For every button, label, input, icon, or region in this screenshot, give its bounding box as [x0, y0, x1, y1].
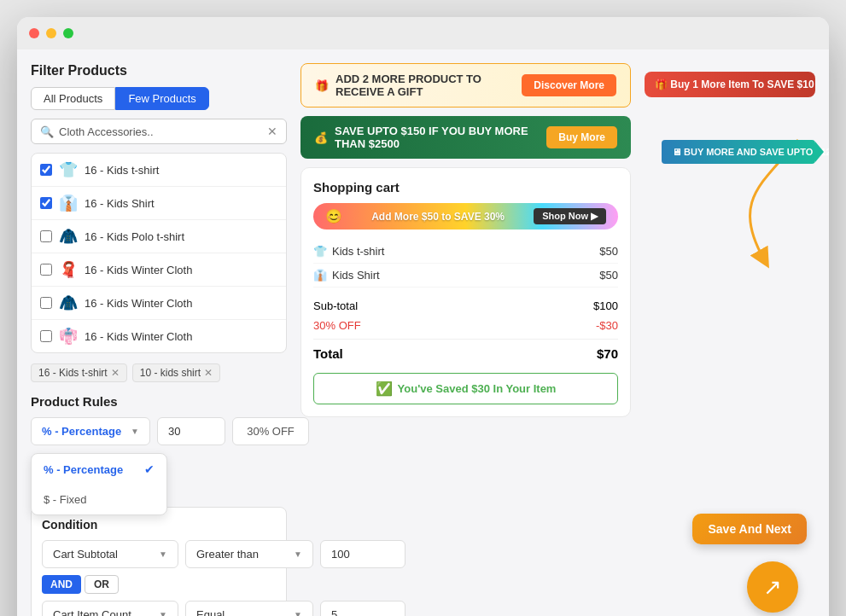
buy-1-text: 🎁 Buy 1 More Item To SAVE $10 [655, 78, 814, 90]
search-input[interactable] [59, 125, 262, 138]
product-item: 🧣 16 - Kids Winter Cloth [32, 253, 286, 287]
search-icon: 🔍 [40, 125, 54, 138]
selected-tag-1: 16 - Kids t-shirt ✕ [31, 363, 127, 382]
rule-type-menu: % - Percentage ✔ $ - Fixed [31, 453, 167, 515]
product-name-5: 16 - Kids Winter Cloth [85, 297, 277, 310]
condition-box: Condition Cart Subtotal ▼ Greater than ▼ [31, 507, 287, 616]
separator [313, 339, 618, 340]
condition-section: Condition Cart Subtotal ▼ Greater than ▼ [31, 507, 287, 616]
tag-close-2[interactable]: ✕ [204, 367, 213, 379]
product-emoji-2: 👔 [59, 194, 78, 212]
discount-row: 30% OFF -$30 [313, 316, 618, 335]
condition-title: Condition [42, 518, 276, 532]
titlebar [17, 17, 829, 49]
product-checkbox-3[interactable] [40, 230, 52, 242]
buy-more-button[interactable]: Buy More [546, 126, 617, 148]
condition-field-1[interactable]: Cart Subtotal ▼ [42, 540, 178, 568]
subtotal-label: Sub-total [313, 299, 358, 312]
discover-more-button[interactable]: Discover More [522, 74, 616, 96]
rule-value-input[interactable] [157, 417, 225, 445]
product-checkbox-1[interactable] [40, 164, 52, 176]
condition-field-2[interactable]: Cart Item Count ▼ [42, 601, 178, 616]
savings-icon: ✅ [376, 381, 393, 397]
savings-text: You've Saved $30 In Your Item [398, 382, 557, 395]
product-item: 👔 16 - Kids Shirt [32, 187, 286, 220]
subtotal-value: $100 [593, 299, 618, 312]
gift-banner-text: 🎁 ADD 2 MORE PRODUCT TO RECEIVE A GIFT [315, 73, 513, 98]
product-emoji-5: 🧥 [59, 293, 78, 312]
total-value: $70 [597, 346, 618, 361]
product-checkbox-4[interactable] [40, 264, 52, 276]
product-name-3: 16 - Kids Polo t-shirt [85, 230, 277, 243]
discount-value: -$30 [596, 319, 618, 332]
product-emoji-4: 🧣 [59, 260, 78, 279]
product-checkbox-5[interactable] [40, 297, 52, 309]
condition-row-1: Cart Subtotal ▼ Greater than ▼ [42, 540, 276, 568]
product-checkbox-6[interactable] [40, 330, 52, 342]
product-item: 🧥 16 - Kids Winter Cloth [32, 287, 286, 320]
rule-type-dropdown[interactable]: % - Percentage ▼ [31, 417, 150, 445]
selected-tags: 16 - Kids t-shirt ✕ 10 - kids shirt ✕ [31, 363, 287, 382]
product-item: 👘 16 - Kids Winter Cloth [32, 320, 286, 352]
product-name-6: 16 - Kids Winter Cloth [85, 330, 277, 343]
add-more-text: Add More $50 to SAVE 30% [371, 211, 505, 223]
buy-more-save-text: 🖥 BUY MORE AND SAVE UPTO $1200 [672, 147, 829, 157]
buy-more-save-banner-wrapper: 🖥 BUY MORE AND SAVE UPTO $1200 [645, 140, 815, 164]
save-and-next-button[interactable]: Save And Next [692, 514, 807, 544]
product-emoji-3: 🧥 [59, 227, 78, 246]
product-item: 👕 16 - Kids t-shirt [32, 154, 286, 187]
subtotal-row: Sub-total $100 [313, 296, 618, 316]
product-rules-title: Product Rules [31, 394, 287, 409]
tag-label-1: 16 - Kids t-shirt [38, 367, 108, 379]
total-row: Total $70 [313, 343, 618, 364]
condition-operator-1-label: Greater than [196, 548, 259, 561]
condition-field-2-label: Cart Item Count [53, 608, 131, 616]
cart-subtotal: Sub-total $100 30% OFF -$30 Total $70 [313, 296, 618, 364]
tab-few-products[interactable]: Few Products [115, 87, 208, 110]
cart-item-1-emoji: 👕 [313, 245, 327, 258]
shop-now-button[interactable]: Shop Now ▶ [534, 208, 606, 224]
middle-panel: 🎁 ADD 2 MORE PRODUCT TO RECEIVE A GIFT D… [300, 63, 631, 616]
condition-operator-1[interactable]: Greater than ▼ [185, 540, 313, 568]
cart-item-2-name: 👔 Kids Shirt [313, 269, 380, 282]
tag-label-2: 10 - kids shirt [140, 367, 201, 379]
product-checkbox-2[interactable] [40, 197, 52, 209]
clear-icon[interactable]: ✕ [267, 125, 277, 138]
condition-field-1-label: Cart Subtotal [53, 548, 118, 561]
rule-type-value: % - Percentage [42, 425, 121, 438]
condition-operator-2[interactable]: Equal ▼ [185, 601, 313, 616]
gift-banner: 🎁 ADD 2 MORE PRODUCT TO RECEIVE A GIFT D… [300, 63, 631, 108]
filter-title: Filter Products [31, 63, 287, 78]
cursor-button[interactable]: ↗ [747, 561, 798, 613]
rule-off-label: 30% OFF [232, 417, 309, 445]
save-banner-text: 💰 SAVE UPTO $150 IF YOU BUY MORE THAN $2… [314, 125, 538, 150]
rule-option-percentage[interactable]: % - Percentage ✔ [32, 454, 166, 485]
product-name-1: 16 - Kids t-shirt [85, 164, 277, 177]
add-more-icon: 😊 [325, 208, 342, 224]
right-panel: 🎁 Buy 1 More Item To SAVE $10 🖥 BUY MORE… [645, 63, 815, 616]
discount-label: 30% OFF [313, 319, 361, 332]
product-item: 🧥 16 - Kids Polo t-shirt [32, 220, 286, 253]
condition-row-2: Cart Item Count ▼ Equal ▼ [42, 601, 276, 616]
product-list: 👕 16 - Kids t-shirt 👔 16 - Kids Shirt 🧥 … [31, 153, 287, 353]
rule-option-fixed[interactable]: $ - Fixed [32, 485, 166, 514]
cart-item-1-name: 👕 Kids t-shirt [313, 245, 384, 258]
cart-item-2-price: $50 [599, 269, 618, 282]
maximize-dot[interactable] [63, 28, 73, 38]
tab-all-products[interactable]: All Products [31, 87, 115, 110]
tabs-container: All Products Few Products [31, 87, 287, 110]
close-dot[interactable] [29, 28, 39, 38]
check-icon: ✔ [144, 462, 155, 476]
cart-title: Shopping cart [313, 180, 618, 195]
minimize-dot[interactable] [46, 28, 56, 38]
chevron-down-icon: ▼ [131, 427, 139, 436]
tag-close-1[interactable]: ✕ [111, 367, 120, 379]
cart-item-1: 👕 Kids t-shirt $50 [313, 240, 618, 264]
or-button[interactable]: OR [85, 575, 119, 594]
and-button[interactable]: AND [42, 575, 81, 594]
rules-row: % - Percentage ▼ 30% OFF [31, 417, 287, 445]
app-window: Filter Products All Products Few Product… [17, 17, 829, 616]
buy-more-save-banner: 🖥 BUY MORE AND SAVE UPTO $1200 [662, 140, 815, 164]
product-name-2: 16 - Kids Shirt [85, 197, 277, 210]
product-emoji-6: 👘 [59, 327, 78, 346]
